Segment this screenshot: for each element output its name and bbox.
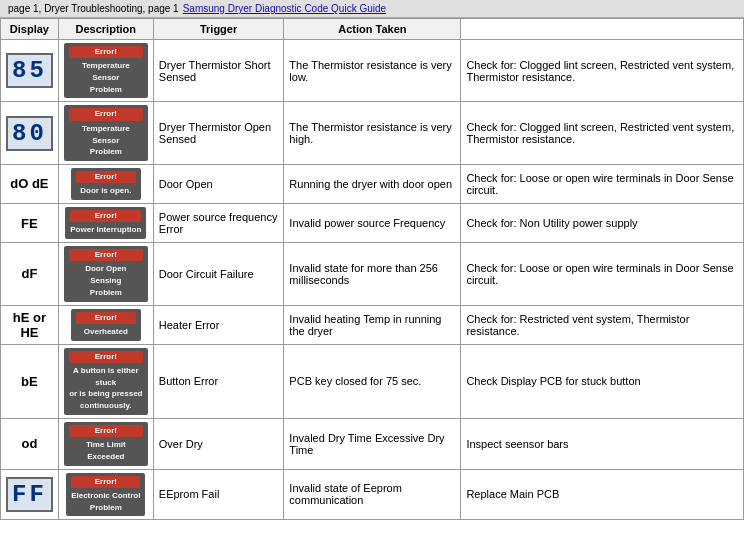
table-row: 85Error!Temperature Sensor ProblemDryer … [1, 40, 744, 102]
diagnostic-table: Display Description Trigger Action Taken… [0, 18, 744, 520]
error-badge: Error! [70, 210, 141, 222]
error-badge: Error! [71, 476, 140, 488]
header-display: Display [1, 19, 59, 40]
display-cell: 85 [1, 40, 59, 102]
error-sub-label: Time Limit Exceeded [86, 440, 126, 461]
icon-cell: Error!Door is open. [58, 164, 153, 203]
error-box: Error!Time Limit Exceeded [64, 422, 148, 466]
display-code-text: hE or HE [6, 310, 53, 340]
action-cell: Check for: Loose or open wire terminals … [461, 243, 744, 305]
icon-cell: Error!Electronic Control Problem [58, 469, 153, 520]
error-sub-label: Power Interruption [70, 225, 141, 234]
segment-display: 85 [6, 53, 53, 88]
table-row: 80Error!Temperature Sensor ProblemDryer … [1, 102, 744, 164]
display-cell: 80 [1, 102, 59, 164]
action-cell: Check for: Loose or open wire terminals … [461, 164, 744, 203]
action-cell: Check for: Non Utility power supply [461, 203, 744, 242]
action-cell: Check Display PCB for stuck button [461, 344, 744, 418]
description-cell: Door Open [153, 164, 284, 203]
table-row: dO dEError!Door is open.Door OpenRunning… [1, 164, 744, 203]
description-cell: Power source frequency Error [153, 203, 284, 242]
icon-cell: Error!Time Limit Exceeded [58, 418, 153, 469]
trigger-cell: Invalid power source Frequency [284, 203, 461, 242]
display-code-text: dF [6, 266, 53, 281]
icon-cell: Error!Overheated [58, 305, 153, 344]
display-cell: dF [1, 243, 59, 305]
icon-cell: Error!A button is either stuck or is bei… [58, 344, 153, 418]
error-badge: Error! [69, 249, 143, 261]
trigger-cell: The Thermistor resistance is very high. [284, 102, 461, 164]
header-description: Description [58, 19, 153, 40]
display-code-text: dO dE [6, 176, 53, 191]
breadcrumb-text: page 1, Dryer Troubleshooting, page 1 [8, 3, 179, 14]
breadcrumb: page 1, Dryer Troubleshooting, page 1 Sa… [0, 0, 744, 18]
error-badge: Error! [69, 351, 143, 363]
error-sub-label: Temperature Sensor Problem [82, 124, 130, 156]
table-row: FEError!Power InterruptionPower source f… [1, 203, 744, 242]
trigger-cell: Running the dryer with door open [284, 164, 461, 203]
action-cell: Check for: Clogged lint screen, Restrict… [461, 102, 744, 164]
display-cell: FE [1, 203, 59, 242]
display-code-text: FE [6, 216, 53, 231]
trigger-cell: Invalid heating Temp in running the drye… [284, 305, 461, 344]
display-cell: FF [1, 469, 59, 520]
table-row: dFError!Door Open Sensing ProblemDoor Ci… [1, 243, 744, 305]
error-box: Error!Door Open Sensing Problem [64, 246, 148, 301]
description-cell: Door Circuit Failure [153, 243, 284, 305]
description-cell: Button Error [153, 344, 284, 418]
display-code-text: bE [6, 374, 53, 389]
error-box: Error!A button is either stuck or is bei… [64, 348, 148, 415]
description-cell: Dryer Thermistor Short Sensed [153, 40, 284, 102]
error-box: Error!Temperature Sensor Problem [64, 105, 148, 160]
display-code-text: od [6, 436, 53, 451]
error-badge: Error! [69, 46, 143, 58]
error-sub-label: Electronic Control Problem [71, 491, 140, 512]
trigger-cell: Invaled Dry Time Excessive Dry Time [284, 418, 461, 469]
error-sub-label: Door Open Sensing Problem [85, 264, 126, 296]
action-cell: Inspect seensor bars [461, 418, 744, 469]
icon-cell: Error!Door Open Sensing Problem [58, 243, 153, 305]
display-cell: dO dE [1, 164, 59, 203]
error-sub-label: Door is open. [80, 186, 131, 195]
action-cell: Replace Main PCB [461, 469, 744, 520]
segment-display: FF [6, 477, 53, 512]
action-cell: Check for: Clogged lint screen, Restrict… [461, 40, 744, 102]
error-sub-label: A button is either stuck or is being pre… [69, 366, 142, 410]
guide-link[interactable]: Samsung Dryer Diagnostic Code Quick Guid… [183, 3, 386, 14]
trigger-cell: Invalid state for more than 256 millisec… [284, 243, 461, 305]
error-sub-label: Temperature Sensor Problem [82, 61, 130, 93]
trigger-cell: Invalid state of Eeprom communication [284, 469, 461, 520]
description-cell: Dryer Thermistor Open Sensed [153, 102, 284, 164]
description-cell: Heater Error [153, 305, 284, 344]
error-box: Error!Temperature Sensor Problem [64, 43, 148, 98]
action-cell: Check for: Restricted vent system, Therm… [461, 305, 744, 344]
header-action: Action Taken [284, 19, 461, 40]
icon-cell: Error!Power Interruption [58, 203, 153, 242]
error-badge: Error! [69, 108, 143, 120]
icon-cell: Error!Temperature Sensor Problem [58, 40, 153, 102]
error-badge: Error! [76, 312, 136, 324]
header-trigger: Trigger [153, 19, 284, 40]
description-cell: Over Dry [153, 418, 284, 469]
error-badge: Error! [69, 425, 143, 437]
segment-display: 80 [6, 116, 53, 151]
description-cell: EEprom Fail [153, 469, 284, 520]
error-box: Error!Electronic Control Problem [66, 473, 145, 517]
error-badge: Error! [76, 171, 136, 183]
table-row: FFError!Electronic Control ProblemEEprom… [1, 469, 744, 520]
icon-cell: Error!Temperature Sensor Problem [58, 102, 153, 164]
table-row: bEError!A button is either stuck or is b… [1, 344, 744, 418]
error-box: Error!Door is open. [71, 168, 141, 200]
error-box: Error!Power Interruption [65, 207, 146, 239]
display-cell: od [1, 418, 59, 469]
display-cell: hE or HE [1, 305, 59, 344]
table-header-row: Display Description Trigger Action Taken [1, 19, 744, 40]
trigger-cell: PCB key closed for 75 sec. [284, 344, 461, 418]
trigger-cell: The Thermistor resistance is very low. [284, 40, 461, 102]
display-cell: bE [1, 344, 59, 418]
error-sub-label: Overheated [84, 327, 128, 336]
error-box: Error!Overheated [71, 309, 141, 341]
table-row: hE or HEError!OverheatedHeater ErrorInva… [1, 305, 744, 344]
table-row: odError!Time Limit ExceededOver DryInval… [1, 418, 744, 469]
